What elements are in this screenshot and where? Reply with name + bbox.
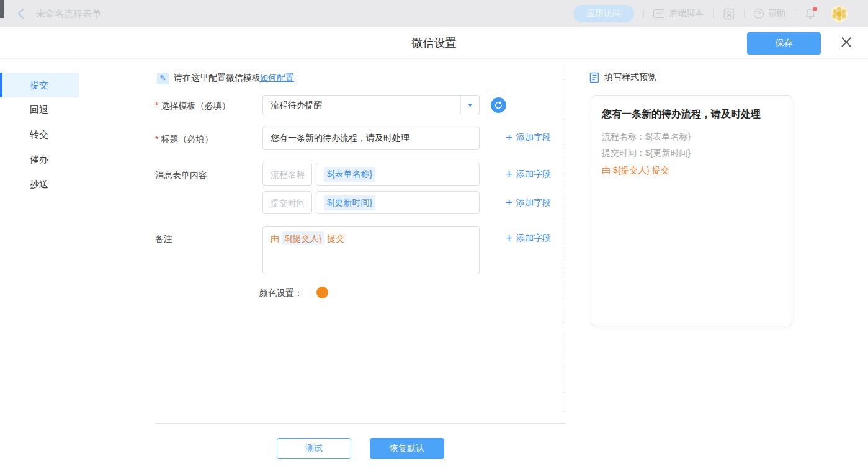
chevron-down-icon: ▼ [467,102,473,109]
sidebar-item-return[interactable]: 回退 [0,97,79,122]
field-token: ${表单名称} [324,167,375,182]
sidebar-item-cc[interactable]: 抄送 [0,172,79,197]
plus-icon: + [506,132,512,143]
config-hint: ✎ 请在这里配置微信模板 [157,72,261,84]
add-field-link-row2[interactable]: + 添加字段 [506,197,551,208]
template-label: *选择模板（必填） [155,101,230,112]
content-key-input-1[interactable] [262,163,312,186]
sidebar-item-submit[interactable]: 提交 [0,73,79,97]
back-icon[interactable] [17,8,24,19]
question-icon: ? [754,9,764,19]
code-icon: </> [653,9,664,18]
content-key-input-2[interactable] [262,191,312,214]
remark-suffix: 提交 [327,233,344,243]
preview-line-submitter: 由 ${提交人} 提交 [602,165,782,176]
submitter-token: ${提交人} [282,231,324,245]
pencil-icon: ✎ [157,73,169,84]
contacts-button[interactable] [723,8,735,20]
footer-divider [155,423,565,424]
flower-avatar-icon [832,7,846,21]
preview-card: 您有一条新的待办流程，请及时处理 流程名称：${表单名称} 提交时间：${更新时… [591,95,792,326]
required-mark: * [155,101,158,110]
topbar: 未命名流程表单 应用访问 </> 后端脚本 ? [0,0,868,27]
content-value-input-1[interactable]: ${表单名称} [316,163,480,186]
title-input[interactable] [262,127,480,150]
form-title: 未命名流程表单 [36,0,101,27]
modal-header: 微信设置 保存 [0,27,868,59]
help-button[interactable]: ? 帮助 [754,8,785,19]
remark-label: 备注 [155,234,172,245]
plus-icon: + [506,169,512,180]
add-field-link-row1[interactable]: + 添加字段 [506,169,551,180]
plus-icon: + [506,197,512,208]
sidebar-item-transfer[interactable]: 转交 [0,122,79,147]
field-token: ${更新时间} [324,195,375,210]
contacts-icon [723,8,735,20]
app-access-button[interactable]: 应用访问 [573,5,634,22]
color-swatch[interactable] [316,287,328,298]
document-icon [589,72,599,83]
content-value-input-2[interactable]: ${更新时间} [316,191,480,214]
divider [643,9,644,18]
add-field-link-remark[interactable]: + 添加字段 [506,233,551,244]
divider [713,9,714,18]
add-field-link-title[interactable]: + 添加字段 [506,132,551,143]
sidebar: 提交 回退 转交 催办 抄送 [0,59,79,474]
template-select[interactable]: 流程待办提醒 ▼ [262,95,480,115]
save-button[interactable]: 保存 [747,32,821,55]
preview-line-submit-time: 提交时间：${更新时间} [602,145,782,161]
help-label: 帮助 [768,8,785,19]
preview-line-flow-name: 流程名称：${表单名称} [602,128,782,145]
wechat-settings-page: 未命名流程表单 应用访问 </> 后端脚本 ? [0,0,868,474]
preview-title: 您有一条新的待办流程，请及时处理 [602,108,782,121]
title-label: *标题（必填） [155,134,213,145]
how-to-configure-link[interactable]: 如何配置 [259,73,294,84]
refresh-button[interactable] [491,97,506,113]
remark-textarea[interactable]: 由${提交人}提交 [262,226,480,274]
divider [795,9,795,18]
required-mark: * [155,134,158,144]
hint-text: 请在这里配置微信模板 [174,73,261,84]
avatar[interactable] [831,6,848,22]
nav-corner [0,0,4,18]
plus-icon: + [506,233,512,244]
preview-header-label: 填写样式预览 [604,72,656,83]
select-caret-segment: ▼ [460,96,479,115]
template-selected-value: 流程待办提醒 [271,96,323,115]
notification-dot [813,7,817,11]
divider [744,9,745,18]
close-icon[interactable] [839,35,854,50]
topbar-actions: 应用访问 </> 后端脚本 ? 帮助 [573,0,848,27]
vertical-dashed-divider [565,68,565,411]
message-content-label: 消息表单内容 [155,170,207,181]
sidebar-item-urge[interactable]: 催办 [0,147,79,172]
modal-title: 微信设置 [0,27,868,59]
test-button[interactable]: 测试 [277,438,351,459]
preview-header: 填写样式预览 [589,72,656,83]
restore-default-button[interactable]: 恢复默认 [370,438,444,459]
backend-script-label: 后端脚本 [669,8,704,19]
color-setting-label: 颜色设置： [259,288,303,299]
remark-prefix: 由 [271,233,279,243]
refresh-icon [494,101,503,109]
notification-bell-icon[interactable] [805,7,817,20]
backend-script-button[interactable]: </> 后端脚本 [653,8,704,19]
